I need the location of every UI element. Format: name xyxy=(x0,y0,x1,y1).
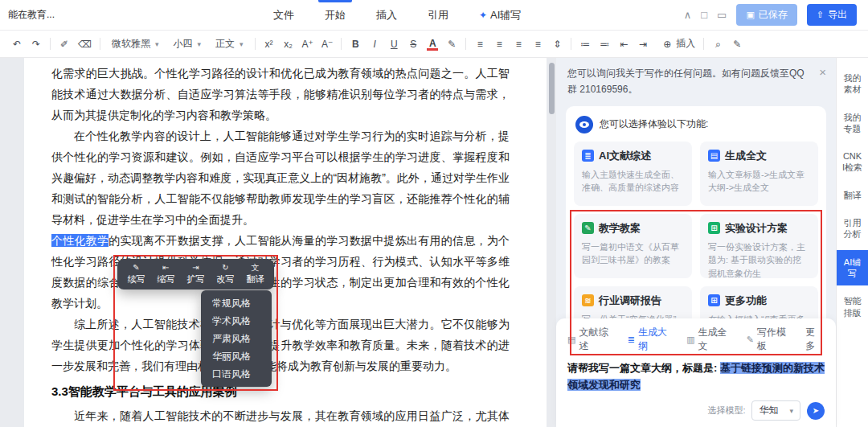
menu-item-continue-writing[interactable]: ✎ 续写 xyxy=(121,261,151,287)
style-option-ornate[interactable]: 华丽风格 xyxy=(201,347,272,365)
selected-text[interactable]: 个性化教学 xyxy=(51,234,108,247)
paragraph[interactable]: 化需求的巨大挑战。个性化学习路径的设计和优化已成为教育领域的热点问题之一。人工智… xyxy=(51,63,510,125)
more-functions-icon: ⊞ xyxy=(708,294,720,306)
content-area: 化需求的巨大挑战。个性化学习路径的设计和优化已成为教育领域的热点问题之一。人工智… xyxy=(0,58,868,427)
sidebar-item-citation-analysis[interactable]: 引用分析 xyxy=(837,211,868,247)
titlebar: 能在教育... 文件 开始 插入 引用 ✦ AI辅写 ∧ □ ▭ ▣ 已保存 ⇧… xyxy=(0,0,868,31)
align-center-button[interactable]: ≡ xyxy=(493,39,505,50)
paragraph[interactable]: 综上所述，人工智能技术在教学内容设计与优化等方面展现出巨大潜力。它不仅能够为学生… xyxy=(51,314,510,376)
tab-label: 写作模板 xyxy=(757,326,795,353)
feature-card-full-text[interactable]: ▤生成全文 输入文章标题->生成文章大纲->生成全文 xyxy=(700,142,818,206)
model-value: 华知 xyxy=(759,404,778,417)
chevron-down-icon: ▾ xyxy=(155,40,159,48)
tab-generate-full-text[interactable]: ▥生成全文 xyxy=(686,326,736,353)
format-painter-icon[interactable]: ✐ xyxy=(59,39,70,50)
underline-button[interactable]: U xyxy=(388,39,399,50)
menu-item-translate[interactable]: 文 翻译 xyxy=(240,261,270,287)
line-spacing-button[interactable]: ⇕ xyxy=(551,39,563,50)
fullscreen-icon[interactable]: □ xyxy=(701,9,707,21)
align-right-button[interactable]: ≡ xyxy=(513,39,524,50)
sidebar-item-my-topics[interactable]: 我的专题 xyxy=(837,105,868,142)
saved-button[interactable]: ▣ 已保存 xyxy=(736,4,796,26)
comment-icon[interactable]: ▭ xyxy=(717,9,727,21)
style-option-academic[interactable]: 学术风格 xyxy=(201,312,272,330)
highlight-color-button[interactable]: ✎ xyxy=(446,39,457,50)
align-justify-button[interactable]: ≡ xyxy=(532,39,543,50)
sidebar-item-my-materials[interactable]: 我的素材 xyxy=(837,66,868,102)
sidebar-item-cnki-search[interactable]: CNKI检索 xyxy=(837,144,868,180)
menu-item-abbreviate[interactable]: ⇤ 缩写 xyxy=(151,261,181,287)
style-option-serious[interactable]: 严肃风格 xyxy=(201,330,272,347)
menu-item-expand[interactable]: ⇥ 扩写 xyxy=(181,261,211,287)
eraser-icon[interactable]: ⌫ xyxy=(78,39,92,50)
italic-button[interactable]: I xyxy=(369,39,380,50)
export-icon: ⇧ xyxy=(817,10,824,20)
outline-icon: ≣ xyxy=(628,335,635,345)
card-description: 写一份实验设计方案，主题为: 基于眼动实验的挖掘机意象仿生 xyxy=(708,240,810,278)
tab-literature-review[interactable]: ▤文献综述 xyxy=(567,326,617,353)
redo-icon[interactable]: ↷ xyxy=(31,39,42,50)
continue-writing-icon: ✎ xyxy=(133,263,139,273)
font-color-button[interactable]: A xyxy=(427,38,438,51)
paragraph[interactable]: 在个性化教学内容的设计上，人工智能能够通过对学生学习行为的实时追踪与分析，提供个… xyxy=(51,125,510,230)
tab-writing-template[interactable]: ✎写作模板 xyxy=(747,326,795,353)
export-button[interactable]: ⇧ 导出 xyxy=(807,4,857,26)
ai-context-menu: ✎ 续写 ⇤ 缩写 ⇥ 扩写 ↻ 改写 xyxy=(117,259,274,289)
model-select[interactable]: 华知 ▾ xyxy=(751,400,800,421)
paragraph-style-select[interactable]: 正文 ▾ xyxy=(212,35,247,52)
expand-icon: ⇥ xyxy=(192,263,199,273)
format-toolbar: ↶ ↷ ✐ ⌫ 微软雅黑 ▾ 小四 ▾ 正文 ▾ x² x₂ A⁺ A⁻ B I… xyxy=(0,31,868,58)
assistant-avatar xyxy=(575,116,593,133)
superscript-button[interactable]: x² xyxy=(264,39,275,50)
experiment-design-icon: ⊞ xyxy=(708,222,720,234)
document-page[interactable]: 化需求的巨大挑战。个性化学习路径的设计和优化已成为教育领域的热点问题之一。人工智… xyxy=(24,58,547,427)
prompt-input[interactable]: 请帮我写一篇文章大纲，标题是: 基于链接预测的新技术领域发现和研究 xyxy=(567,360,825,394)
tab-more[interactable]: 更多 xyxy=(805,326,825,353)
strikethrough-button[interactable]: S xyxy=(407,39,419,50)
tab-ai-writing[interactable]: ✦ AI辅写 xyxy=(479,0,521,31)
feature-card-literature-review[interactable]: ≣AI文献综述 输入主题快速生成全面、准确、高质量的综述内容 xyxy=(574,142,692,206)
sidebar-item-ai-writing[interactable]: AI辅写 xyxy=(837,250,868,286)
indent-decrease-button[interactable]: ⇤ xyxy=(618,39,629,50)
save-icon: ▣ xyxy=(746,10,754,20)
feature-card-experiment-design[interactable]: ⊞实验设计方案 写一份实验设计方案，主题为: 基于眼动实验的挖掘机意象仿生 xyxy=(700,214,818,278)
font-grow-button[interactable]: A⁺ xyxy=(302,39,313,50)
chevron-down-icon: ▾ xyxy=(198,40,202,48)
pen-icon[interactable]: ✎ xyxy=(731,39,743,50)
paragraph[interactable]: 近年来，随着人工智能技术的不断进步与发展，其在教育领域的应用日益广泛，尤其体现在… xyxy=(51,405,510,427)
font-shrink-button[interactable]: A⁻ xyxy=(321,39,333,50)
divider xyxy=(341,38,342,50)
sidebar-item-smart-typesetting[interactable]: 智能排版 xyxy=(837,289,868,325)
undo-icon[interactable]: ↶ xyxy=(11,39,23,50)
font-family-select[interactable]: 微软雅黑 ▾ xyxy=(108,35,162,52)
close-icon[interactable]: × xyxy=(819,66,826,78)
section-heading[interactable]: 3.3智能教学平台与工具的应用案例 xyxy=(51,381,510,402)
tab-insert[interactable]: 插入 xyxy=(376,0,397,31)
send-button[interactable]: ➤ xyxy=(807,402,825,420)
tab-file[interactable]: 文件 xyxy=(273,0,294,31)
quick-action-tabs: ▤文献综述 ≣生成大纲 ▥生成全文 ✎写作模板 更多 xyxy=(567,326,825,353)
font-size-select[interactable]: 小四 ▾ xyxy=(170,35,205,52)
tab-ai-writing-label: AI辅写 xyxy=(490,8,521,23)
subscript-button[interactable]: x₂ xyxy=(283,39,294,50)
vertical-scrollbar[interactable] xyxy=(549,63,555,114)
tab-generate-outline[interactable]: ≣生成大纲 xyxy=(628,326,676,353)
sidebar-item-translate[interactable]: 翻译 xyxy=(837,183,868,207)
align-left-button[interactable]: ≡ xyxy=(474,39,485,50)
insert-label: 插入 xyxy=(676,37,695,51)
tab-home[interactable]: 开始 xyxy=(325,0,346,31)
search-icon[interactable]: ⌕ xyxy=(712,39,723,50)
indent-increase-button[interactable]: ⇥ xyxy=(637,39,649,50)
style-option-colloquial[interactable]: 口语风格 xyxy=(201,365,272,383)
numbered-list-button[interactable]: ≕ xyxy=(599,39,610,50)
bold-button[interactable]: B xyxy=(350,39,361,50)
divider xyxy=(100,38,100,50)
menu-item-rewrite[interactable]: ↻ 改写 xyxy=(211,261,240,287)
collapse-icon[interactable]: ∧ xyxy=(684,9,692,21)
insert-button[interactable]: ⊕ 插入 xyxy=(661,37,695,51)
feature-card-teaching-plan[interactable]: ✎教学教案 写一篇初中语文《从百草园到三味书屋》的教案 xyxy=(574,214,692,278)
style-option-normal[interactable]: 常规风格 xyxy=(201,294,272,312)
tab-citation[interactable]: 引用 xyxy=(428,0,448,31)
bullet-list-button[interactable]: ≔ xyxy=(579,39,591,50)
card-title: AI文献综述 xyxy=(599,149,651,163)
